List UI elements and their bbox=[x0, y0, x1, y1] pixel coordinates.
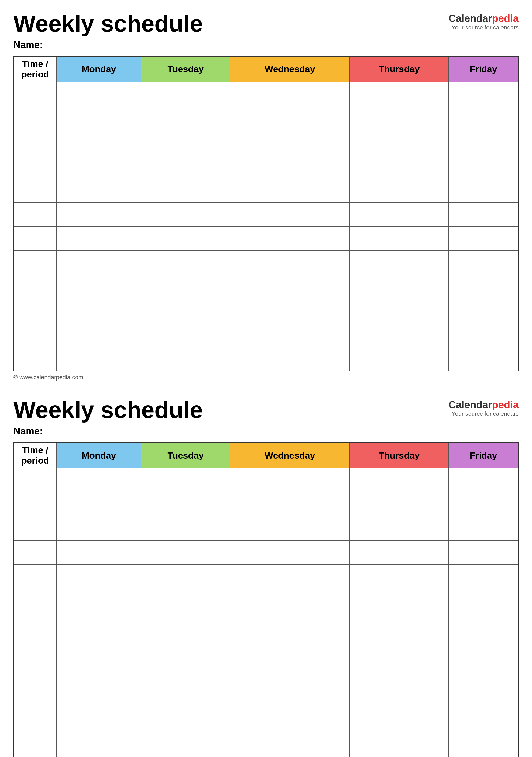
table-cell[interactable] bbox=[56, 492, 141, 516]
table-cell[interactable] bbox=[230, 613, 350, 637]
table-cell[interactable] bbox=[449, 154, 518, 178]
table-cell[interactable] bbox=[449, 251, 518, 275]
table-cell[interactable] bbox=[56, 130, 141, 154]
table-cell[interactable] bbox=[449, 82, 518, 106]
table-cell[interactable] bbox=[56, 516, 141, 541]
table-cell[interactable] bbox=[449, 275, 518, 299]
table-cell[interactable] bbox=[141, 227, 230, 251]
table-cell[interactable] bbox=[350, 178, 449, 202]
table-cell[interactable] bbox=[56, 541, 141, 565]
table-cell[interactable] bbox=[350, 130, 449, 154]
table-cell[interactable] bbox=[56, 565, 141, 589]
table-cell[interactable] bbox=[230, 82, 350, 106]
table-cell[interactable] bbox=[350, 106, 449, 130]
table-cell[interactable] bbox=[449, 516, 518, 541]
table-cell[interactable] bbox=[350, 709, 449, 734]
table-cell[interactable] bbox=[56, 734, 141, 757]
table-cell[interactable] bbox=[14, 82, 56, 106]
table-cell[interactable] bbox=[14, 734, 56, 757]
table-cell[interactable] bbox=[449, 468, 518, 492]
table-cell[interactable] bbox=[449, 661, 518, 685]
table-cell[interactable] bbox=[230, 299, 350, 323]
table-cell[interactable] bbox=[449, 589, 518, 613]
table-cell[interactable] bbox=[230, 178, 350, 202]
table-cell[interactable] bbox=[449, 492, 518, 516]
table-cell[interactable] bbox=[14, 613, 56, 637]
table-cell[interactable] bbox=[56, 661, 141, 685]
table-cell[interactable] bbox=[56, 347, 141, 371]
table-cell[interactable] bbox=[230, 275, 350, 299]
table-cell[interactable] bbox=[230, 637, 350, 661]
table-cell[interactable] bbox=[141, 468, 230, 492]
table-cell[interactable] bbox=[14, 492, 56, 516]
table-cell[interactable] bbox=[230, 468, 350, 492]
table-cell[interactable] bbox=[14, 154, 56, 178]
table-cell[interactable] bbox=[141, 661, 230, 685]
table-cell[interactable] bbox=[350, 516, 449, 541]
table-cell[interactable] bbox=[56, 154, 141, 178]
table-cell[interactable] bbox=[449, 734, 518, 757]
table-cell[interactable] bbox=[56, 468, 141, 492]
table-cell[interactable] bbox=[141, 275, 230, 299]
table-cell[interactable] bbox=[230, 516, 350, 541]
table-cell[interactable] bbox=[14, 178, 56, 202]
table-cell[interactable] bbox=[141, 202, 230, 227]
table-cell[interactable] bbox=[141, 589, 230, 613]
table-cell[interactable] bbox=[449, 299, 518, 323]
table-cell[interactable] bbox=[449, 565, 518, 589]
table-cell[interactable] bbox=[350, 661, 449, 685]
table-cell[interactable] bbox=[449, 178, 518, 202]
table-cell[interactable] bbox=[449, 637, 518, 661]
table-cell[interactable] bbox=[350, 637, 449, 661]
table-cell[interactable] bbox=[141, 178, 230, 202]
table-cell[interactable] bbox=[141, 154, 230, 178]
table-cell[interactable] bbox=[449, 106, 518, 130]
table-cell[interactable] bbox=[56, 589, 141, 613]
table-cell[interactable] bbox=[141, 516, 230, 541]
table-cell[interactable] bbox=[14, 709, 56, 734]
table-cell[interactable] bbox=[14, 323, 56, 347]
table-cell[interactable] bbox=[230, 154, 350, 178]
table-cell[interactable] bbox=[141, 323, 230, 347]
table-cell[interactable] bbox=[230, 251, 350, 275]
table-cell[interactable] bbox=[350, 589, 449, 613]
table-cell[interactable] bbox=[141, 251, 230, 275]
table-cell[interactable] bbox=[14, 516, 56, 541]
table-cell[interactable] bbox=[141, 106, 230, 130]
table-cell[interactable] bbox=[56, 178, 141, 202]
table-cell[interactable] bbox=[350, 82, 449, 106]
table-cell[interactable] bbox=[14, 202, 56, 227]
table-cell[interactable] bbox=[141, 130, 230, 154]
table-cell[interactable] bbox=[350, 565, 449, 589]
table-cell[interactable] bbox=[449, 709, 518, 734]
table-cell[interactable] bbox=[350, 613, 449, 637]
table-cell[interactable] bbox=[449, 541, 518, 565]
table-cell[interactable] bbox=[141, 541, 230, 565]
table-cell[interactable] bbox=[141, 685, 230, 709]
table-cell[interactable] bbox=[230, 347, 350, 371]
table-cell[interactable] bbox=[449, 202, 518, 227]
table-cell[interactable] bbox=[141, 734, 230, 757]
table-cell[interactable] bbox=[141, 82, 230, 106]
table-cell[interactable] bbox=[56, 275, 141, 299]
table-cell[interactable] bbox=[449, 227, 518, 251]
table-cell[interactable] bbox=[350, 685, 449, 709]
table-cell[interactable] bbox=[56, 251, 141, 275]
table-cell[interactable] bbox=[350, 154, 449, 178]
table-cell[interactable] bbox=[350, 492, 449, 516]
table-cell[interactable] bbox=[449, 347, 518, 371]
table-cell[interactable] bbox=[449, 323, 518, 347]
table-cell[interactable] bbox=[141, 613, 230, 637]
table-cell[interactable] bbox=[141, 299, 230, 323]
table-cell[interactable] bbox=[141, 637, 230, 661]
table-cell[interactable] bbox=[14, 637, 56, 661]
table-cell[interactable] bbox=[230, 202, 350, 227]
table-cell[interactable] bbox=[14, 685, 56, 709]
table-cell[interactable] bbox=[230, 685, 350, 709]
table-cell[interactable] bbox=[56, 637, 141, 661]
table-cell[interactable] bbox=[449, 130, 518, 154]
table-cell[interactable] bbox=[14, 299, 56, 323]
table-cell[interactable] bbox=[14, 227, 56, 251]
table-cell[interactable] bbox=[14, 565, 56, 589]
table-cell[interactable] bbox=[56, 323, 141, 347]
